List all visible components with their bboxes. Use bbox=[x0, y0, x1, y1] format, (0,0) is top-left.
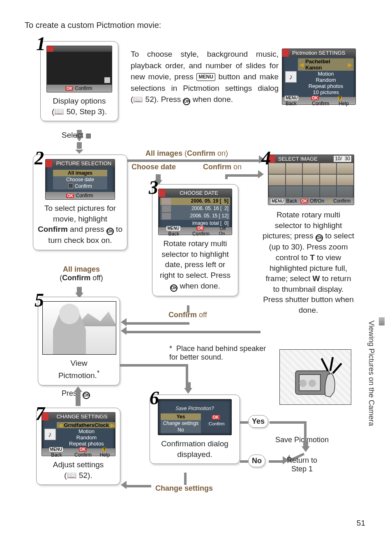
book-icon: 📖 bbox=[54, 107, 66, 116]
arrow-up-icon bbox=[74, 386, 82, 392]
checkbox-icon bbox=[68, 183, 73, 188]
connector bbox=[225, 174, 258, 177]
step1-caption: Display options (📖 50, Step 3). bbox=[45, 96, 114, 117]
arrow-down-icon bbox=[302, 446, 310, 452]
all-images-confirm-on-label: All images (Confirm on) bbox=[145, 149, 228, 158]
change-settings-label: Change settings bbox=[155, 484, 213, 493]
choose-date-label: Choose date bbox=[131, 163, 176, 171]
step7-caption: Adjust settings (📖 52). bbox=[41, 459, 116, 480]
step4-lcd: SELECT IMAGE10/ 30 MENUBackOKOff/On♣Conf… bbox=[268, 155, 354, 205]
ok-circle-icon: OK bbox=[83, 392, 90, 399]
step2-box: PICTURE SELECTION All images Choose date… bbox=[33, 155, 127, 250]
side-tab bbox=[379, 317, 385, 325]
thumb-icon bbox=[162, 198, 171, 205]
list-item: Choose date bbox=[53, 176, 107, 183]
settings-row: Random bbox=[298, 77, 354, 83]
svg-line-6 bbox=[333, 363, 341, 373]
music-icon: ♪ bbox=[44, 429, 56, 440]
step3-box: CHOOSE DATE 2006. 05. 19 [ 5] 2006. 05. … bbox=[152, 184, 238, 296]
svg-line-4 bbox=[322, 358, 328, 371]
table-row: 2006. 05. 19 [ 5] bbox=[160, 198, 230, 205]
connector bbox=[240, 460, 248, 463]
settings-row: Repeat photos bbox=[57, 441, 117, 447]
intro-ref: 52 bbox=[145, 95, 154, 104]
page-number: 51 bbox=[357, 519, 365, 528]
confirm-off-label: Confirm off bbox=[168, 311, 207, 319]
arrow-left-icon bbox=[121, 481, 127, 489]
ok-circle-icon: OK bbox=[106, 228, 114, 235]
settings-row: ◀GrndfathersClock▶ bbox=[57, 422, 117, 428]
menu-key-icon: MENU bbox=[196, 73, 215, 81]
step2-lcd: PICTURE SELECTION All images Choose date… bbox=[45, 159, 115, 200]
arrow-right-icon bbox=[283, 456, 288, 464]
settings-row: Motion bbox=[57, 428, 117, 434]
arrow-left-icon bbox=[121, 327, 127, 335]
list-item: All images bbox=[53, 170, 107, 176]
connector bbox=[269, 460, 284, 463]
step-number: 1 bbox=[36, 33, 46, 55]
confirm-on-label: Confirm on bbox=[203, 163, 242, 171]
table-row: 2006. 05. 16 [ 2] bbox=[160, 205, 230, 212]
settings-row: Motion bbox=[298, 71, 354, 77]
connector bbox=[127, 331, 261, 333]
step5-caption: View Pictmotion.* bbox=[42, 358, 115, 381]
ok-circle-icon: OK bbox=[183, 98, 190, 105]
step-number: 7 bbox=[35, 403, 45, 425]
list-item: Yes bbox=[161, 413, 201, 420]
book-icon: 📖 bbox=[67, 471, 79, 480]
list-item: Confirm bbox=[53, 183, 107, 189]
book-icon: 📖 bbox=[133, 95, 145, 104]
dialog-prompt: Save Pictmotion? bbox=[158, 405, 231, 412]
svg-point-3 bbox=[309, 380, 316, 387]
arrow-down-icon: .arrow-down:nth-of-type(3)::before{heigh… bbox=[75, 150, 83, 154]
no-label: No bbox=[248, 455, 265, 467]
list-item: No bbox=[161, 427, 201, 433]
settings-footer: MENUBack OKConfirm ?Help bbox=[282, 97, 355, 104]
intro-text-4: when done. bbox=[190, 95, 233, 104]
save-pictmotion-label: Save Pictmotion bbox=[275, 436, 329, 444]
yes-label: Yes bbox=[248, 415, 268, 428]
step3-caption: Rotate rotary multi selector to highligh… bbox=[157, 238, 234, 292]
grid-icon bbox=[104, 77, 110, 83]
select-caption: Select ▦ bbox=[62, 131, 91, 140]
connector bbox=[270, 421, 307, 424]
thumb-icon bbox=[162, 213, 171, 219]
connector bbox=[120, 364, 186, 367]
connector bbox=[127, 159, 259, 162]
step-number: 3 bbox=[149, 177, 158, 198]
step7-box: CHANGE SETTINGS ♪ ◀GrndfathersClock▶ Mot… bbox=[36, 408, 120, 485]
arrow-right-icon bbox=[258, 170, 264, 178]
step-number: 4 bbox=[261, 147, 271, 169]
side-section-label: Viewing Pictures on the Camera bbox=[367, 321, 376, 426]
arrow-down-icon bbox=[184, 388, 192, 394]
step-number: 2 bbox=[35, 147, 44, 169]
thumbnail-grid bbox=[268, 163, 354, 197]
return-label: Return toStep 1 bbox=[287, 456, 317, 473]
settings-row: Repeat photos bbox=[298, 83, 354, 89]
arrow-left-icon bbox=[121, 318, 127, 326]
step-number: 5 bbox=[35, 289, 44, 311]
step-number: 6 bbox=[150, 387, 159, 409]
ok-circle-icon: OK bbox=[170, 284, 178, 292]
step6-box: Save Pictmotion? Yes Change settings No … bbox=[150, 395, 240, 464]
footnote: * Place hand behind speaker for better s… bbox=[169, 344, 276, 362]
step1-box: OKConfirm Display options (📖 50, Step 3)… bbox=[40, 41, 118, 121]
settings-row: ◀Pachelbel Kanon▶ bbox=[298, 58, 354, 71]
page-title: To create a custom Pictmotion movie: bbox=[25, 21, 370, 30]
settings-row: 10 pictures bbox=[298, 89, 354, 95]
music-icon: ♪ bbox=[285, 71, 297, 83]
settings-row: Random bbox=[57, 434, 117, 441]
step3-lcd: CHOOSE DATE 2006. 05. 19 [ 5] 2006. 05. … bbox=[158, 189, 232, 235]
list-item: Change settings bbox=[161, 420, 201, 427]
all-images-confirm-off-label: All images (Confirm off) bbox=[53, 265, 110, 282]
ok-circle-icon: OK bbox=[316, 234, 323, 242]
intro-text-3: ). Press bbox=[154, 95, 183, 104]
camera-illustration bbox=[279, 349, 351, 405]
pictmotion-settings-lcd: Pictmotion SETTINGS ♪ ◀Pachelbel Kanon▶ … bbox=[282, 48, 356, 105]
connector bbox=[127, 485, 151, 487]
thumb-icon bbox=[162, 205, 171, 212]
step2-caption: To select pictures for movie, highlight … bbox=[37, 203, 123, 246]
step1-lcd: OKConfirm bbox=[46, 46, 112, 92]
step7-lcd: CHANGE SETTINGS ♪ ◀GrndfathersClock▶ Mot… bbox=[42, 412, 115, 456]
connector bbox=[184, 473, 187, 485]
